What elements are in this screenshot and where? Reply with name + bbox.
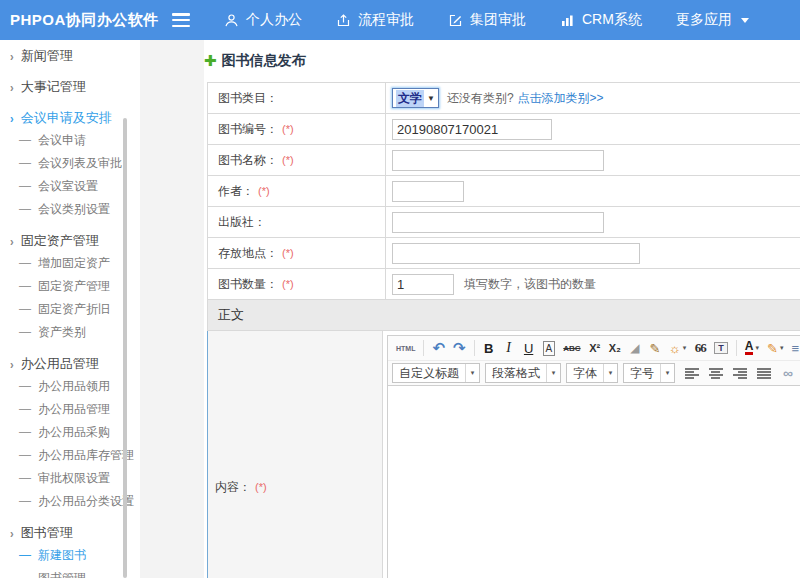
sidebar-item[interactable]: —会议类别设置 [0,198,140,221]
editor-toolbar-row1: HTML↶↷BIUAABCX²X₂◢✎☼▾66TA▾✎▾≡▾≡▾ [388,336,800,361]
author-input[interactable] [392,181,464,202]
align-center-button[interactable] [706,363,726,383]
link-button[interactable]: ∞ [778,363,798,383]
sidebar-item[interactable]: —办公用品领用 [0,375,140,398]
nav-label: CRM系统 [582,11,642,29]
sidebar-group-item[interactable]: ›固定资产管理 [0,229,140,252]
field-control-cell: 填写数字，该图书的数量 [386,269,800,299]
sidebar-item[interactable]: —固定资产折旧 [0,298,140,321]
align-right-button[interactable] [730,363,750,383]
sidebar-item[interactable]: —办公用品分类设置 [0,490,140,513]
quantity-input[interactable] [392,274,454,295]
sidebar-group-item[interactable]: ›新闻管理 [0,44,140,67]
ordered-list-button[interactable]: ≡▾ [788,338,800,358]
italic-icon: I [506,340,511,356]
sidebar-group-label: 固定资产管理 [21,233,99,248]
nav-more-apps[interactable]: 更多应用 [676,11,749,29]
font-family-select[interactable]: 字体▾ [566,363,618,383]
book-name-input[interactable] [392,150,604,171]
selected-option: 文学 [396,90,424,107]
field-label: 图书数量： [218,276,278,293]
editor-canvas[interactable] [388,386,800,578]
fill-color-button[interactable]: ☼▾ [666,338,689,358]
font-size-select[interactable]: 字号▾ [623,363,675,383]
custom-title-select[interactable]: 自定义标题▾ [392,363,480,383]
caret-down-icon: ▾ [603,364,617,382]
superscript-button[interactable]: X² [586,338,604,358]
format-painter-button[interactable]: ✎ [646,338,664,358]
add-category-link[interactable]: 点击添加类别>> [518,90,604,107]
sidebar-group-item[interactable]: ›会议申请及安排 [0,106,140,129]
dash-icon: — [19,402,31,416]
bold-button[interactable]: B [480,338,498,358]
location-input[interactable] [392,243,640,264]
chevron-right-icon: › [10,520,14,548]
subscript-button[interactable]: X₂ [606,338,624,358]
select-arrow-icon: ▼ [427,94,435,103]
sidebar-item[interactable]: —固定资产管理 [0,275,140,298]
field-label-cell: 图书数量：(*) [208,269,386,299]
hamburger-menu-icon[interactable] [172,13,190,27]
align-right-icon [733,368,747,379]
sidebar-item[interactable]: —新建图书 [0,544,140,567]
strikethrough-button[interactable]: ABC [560,338,583,358]
sidebar-group-item[interactable]: ›大事记管理 [0,75,140,98]
blockquote-icon: 66 [695,340,706,356]
required-marker: (*) [282,154,294,166]
blockquote-button[interactable]: 66 [691,338,709,358]
book-no-input[interactable] [392,119,552,140]
nav-crm-system[interactable]: CRM系统 [560,11,642,29]
remove-format-button[interactable]: ◢ [626,338,644,358]
publisher-input[interactable] [392,212,604,233]
undo-button[interactable]: ↶ [429,338,448,358]
dash-icon: — [19,179,31,193]
sidebar-group-item[interactable]: ›图书管理 [0,521,140,544]
form-row: 出版社： [208,207,800,238]
sidebar-item[interactable]: —办公用品管理 [0,398,140,421]
font-color-button[interactable]: A▾ [742,338,762,358]
hilite-color-icon: ✎ [767,341,778,356]
nav-group-approval[interactable]: 集团审批 [448,11,526,29]
redo-button[interactable]: ↷ [450,338,469,358]
italic-button[interactable]: I [500,338,518,358]
strikethrough-icon: ABC [563,344,580,353]
align-left-button[interactable] [682,363,702,383]
toolbar-separator [423,340,424,356]
sidebar-item[interactable]: —办公用品库存管理 [0,444,140,467]
form-row: 图书编号：(*) [208,114,800,145]
source-code-button[interactable]: HTML [393,338,418,358]
dropdown-label: 字体 [567,365,603,382]
nav-workflow-approval[interactable]: 流程审批 [336,11,414,29]
category-select[interactable]: 文学▼ [392,88,439,108]
paste-plain-button[interactable]: T [711,338,731,358]
sidebar-item[interactable]: —增加固定资产 [0,252,140,275]
sidebar-item[interactable]: —办公用品采购 [0,421,140,444]
align-justify-button[interactable] [754,363,774,383]
content-row: 内容： (*) HTML↶↷BIUAABCX²X₂◢✎☼▾66TA▾✎▾≡▾≡▾… [207,331,800,578]
content-label: 内容： [215,479,251,496]
format-painter-icon: ✎ [649,341,660,356]
underline-button[interactable]: U [520,338,538,358]
required-marker: (*) [255,481,267,493]
sidebar-item[interactable]: —图书管理 [0,567,140,578]
sidebar-item[interactable]: —资产类别 [0,321,140,344]
sidebar-item[interactable]: —会议列表及审批 [0,152,140,175]
sidebar-item-label: 资产类别 [38,325,86,339]
subscript-icon: X₂ [609,342,621,354]
nav-personal-office[interactable]: 个人办公 [224,11,302,29]
paragraph-format-select[interactable]: 段落格式▾ [485,363,561,383]
sidebar-group-item[interactable]: ›办公用品管理 [0,352,140,375]
align-justify-icon [757,368,771,379]
sidebar-item[interactable]: —会议室设置 [0,175,140,198]
sidebar-scrollbar[interactable] [123,118,127,578]
dash-icon: — [19,302,31,316]
sidebar-item[interactable]: —审批权限设置 [0,467,140,490]
field-label: 图书编号： [218,121,278,138]
sidebar-item-label: 新建图书 [38,548,86,562]
sidebar-group-label: 办公用品管理 [21,356,99,371]
field-label: 图书类目： [218,90,278,107]
font-style-button[interactable]: A [540,338,559,358]
hilite-color-button[interactable]: ✎▾ [764,338,786,358]
sidebar-item[interactable]: —会议申请 [0,129,140,152]
field-label-cell: 图书类目： [208,83,386,113]
